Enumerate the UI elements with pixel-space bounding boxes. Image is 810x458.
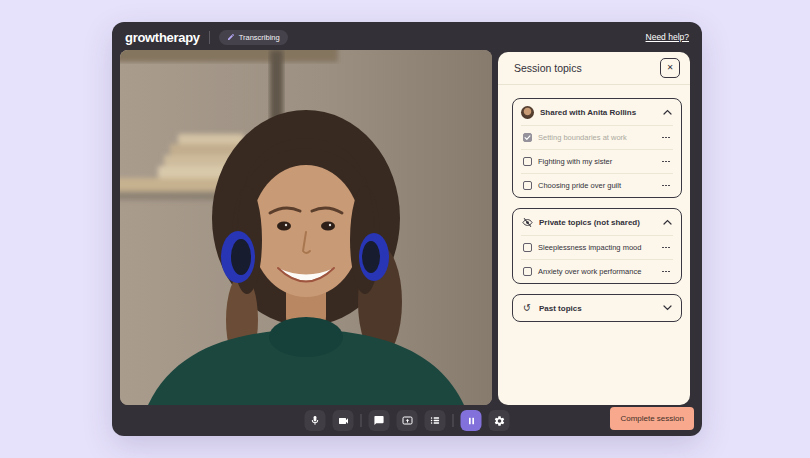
header-divider xyxy=(209,31,210,44)
client-video-illustration xyxy=(120,50,492,405)
past-topics-header[interactable]: ↺ Past topics xyxy=(513,295,681,321)
toolbar-divider xyxy=(361,414,362,427)
page: growtherapy Transcribing Need help? xyxy=(0,0,810,458)
topic-label: Setting boundaries at work xyxy=(538,133,627,142)
toolbar-divider xyxy=(453,414,454,427)
transcribing-label: Transcribing xyxy=(239,33,280,42)
shared-topics-title: Shared with Anita Rollins xyxy=(540,108,636,117)
panel-header: Session topics ✕ xyxy=(498,52,690,85)
shared-topics-card: Shared with Anita Rollins Setting bounda… xyxy=(512,98,682,198)
past-topics-card: ↺ Past topics xyxy=(512,294,682,322)
panel-title: Session topics xyxy=(514,62,582,74)
transcribing-badge: Transcribing xyxy=(219,30,288,45)
topic-row: Setting boundaries at work xyxy=(513,126,681,149)
eye-off-icon xyxy=(521,216,533,228)
chevron-down-icon xyxy=(663,305,672,311)
need-help-link[interactable]: Need help? xyxy=(646,32,689,42)
screen-share-button[interactable] xyxy=(397,410,418,431)
settings-button[interactable] xyxy=(489,410,510,431)
topic-cards: Shared with Anita Rollins Setting bounda… xyxy=(498,85,690,322)
topic-row: Anxiety over work performance xyxy=(513,260,681,283)
private-topics-header[interactable]: Private topics (not shared) xyxy=(513,209,681,235)
topic-row: Choosing pride over guilt xyxy=(513,174,681,197)
more-options-icon[interactable] xyxy=(660,135,672,141)
topics-list-button[interactable] xyxy=(425,410,446,431)
camera-button[interactable] xyxy=(333,410,354,431)
call-controls xyxy=(305,410,510,431)
pause-button[interactable] xyxy=(461,410,482,431)
session-window: growtherapy Transcribing Need help? xyxy=(112,22,702,436)
shared-topics-header[interactable]: Shared with Anita Rollins xyxy=(513,99,681,125)
complete-session-button[interactable]: Complete session xyxy=(610,407,694,430)
chat-button[interactable] xyxy=(369,410,390,431)
topic-label: Fighting with my sister xyxy=(538,157,612,166)
anita-avatar xyxy=(521,106,534,119)
topic-row: Fighting with my sister xyxy=(513,150,681,173)
topic-checkbox[interactable] xyxy=(523,157,532,166)
pencil-icon xyxy=(227,33,235,41)
more-options-icon[interactable] xyxy=(660,159,672,165)
close-panel-button[interactable]: ✕ xyxy=(660,58,680,78)
topic-row: Sleeplessness impacting mood xyxy=(513,236,681,259)
growtherapy-logo: growtherapy xyxy=(125,30,200,45)
topic-checkbox-checked[interactable] xyxy=(523,133,532,142)
topic-checkbox[interactable] xyxy=(523,267,532,276)
topic-checkbox[interactable] xyxy=(523,243,532,252)
history-icon: ↺ xyxy=(521,302,533,314)
private-topics-card: Private topics (not shared) Sleeplessnes… xyxy=(512,208,682,284)
topic-label: Choosing pride over guilt xyxy=(538,181,621,190)
topic-label: Sleeplessness impacting mood xyxy=(538,243,641,252)
more-options-icon[interactable] xyxy=(660,245,672,251)
window-header: growtherapy Transcribing Need help? xyxy=(112,22,702,52)
private-topics-title: Private topics (not shared) xyxy=(539,218,640,227)
more-options-icon[interactable] xyxy=(660,183,672,189)
chevron-up-icon xyxy=(663,109,672,115)
session-topics-panel: Session topics ✕ Shared with Anita Rolli… xyxy=(498,52,690,405)
topic-checkbox[interactable] xyxy=(523,181,532,190)
microphone-button[interactable] xyxy=(305,410,326,431)
client-video-feed xyxy=(120,50,492,405)
past-topics-title: Past topics xyxy=(539,304,582,313)
more-options-icon[interactable] xyxy=(660,269,672,275)
chevron-up-icon xyxy=(663,219,672,225)
topic-label: Anxiety over work performance xyxy=(538,267,641,276)
